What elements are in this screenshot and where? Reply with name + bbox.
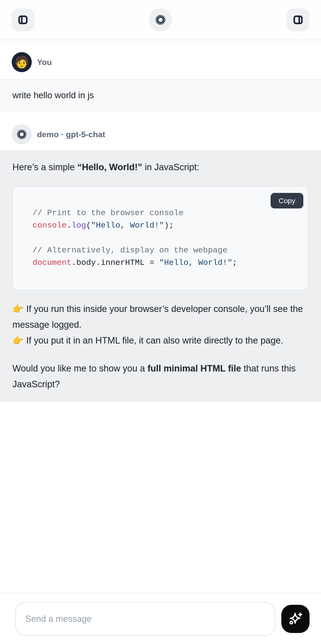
assistant-message: Here’s a simple “Hello, World!” in JavaS… bbox=[0, 150, 321, 402]
chat-scroll-spacer bbox=[0, 402, 321, 593]
code-content: // Print to the browser consoleconsole.l… bbox=[32, 207, 299, 269]
sidebar-toggle-button[interactable] bbox=[11, 8, 34, 31]
assistant-avatar bbox=[12, 124, 32, 144]
assistant-turn-header: demo · gpt-5-chat bbox=[0, 112, 321, 150]
send-button[interactable] bbox=[281, 605, 310, 633]
panel-right-icon bbox=[292, 14, 304, 26]
user-name: You bbox=[37, 58, 52, 67]
panel-left-icon bbox=[17, 14, 29, 26]
assistant-paragraph: Would you like me to show you a full min… bbox=[12, 360, 309, 392]
burst-icon bbox=[16, 129, 27, 140]
assistant-paragraph: 👉 If you run this inside your browser’s … bbox=[12, 301, 309, 348]
user-turn-header: 🧑 You bbox=[0, 40, 321, 79]
burst-icon bbox=[155, 14, 166, 25]
brand-spinner-button[interactable] bbox=[149, 8, 172, 31]
message-input[interactable] bbox=[15, 602, 275, 636]
copy-button[interactable]: Copy bbox=[271, 193, 303, 208]
top-bar bbox=[0, 0, 321, 40]
chat-app: 🧑 You write hello world in js demo · gpt… bbox=[0, 0, 321, 644]
code-block: Copy // Print to the browser consolecons… bbox=[12, 186, 309, 290]
assistant-intro-text: Here’s a simple “Hello, World!” in JavaS… bbox=[12, 160, 309, 174]
assistant-model-name: demo · gpt-5-chat bbox=[37, 130, 105, 139]
composer-bar bbox=[0, 593, 321, 644]
user-message: write hello world in js bbox=[0, 79, 321, 112]
user-avatar: 🧑 bbox=[12, 52, 32, 72]
user-message-text: write hello world in js bbox=[12, 90, 94, 100]
right-panel-toggle-button[interactable] bbox=[287, 8, 310, 31]
sparkles-icon bbox=[288, 611, 303, 627]
user-avatar-emoji: 🧑 bbox=[14, 56, 29, 68]
